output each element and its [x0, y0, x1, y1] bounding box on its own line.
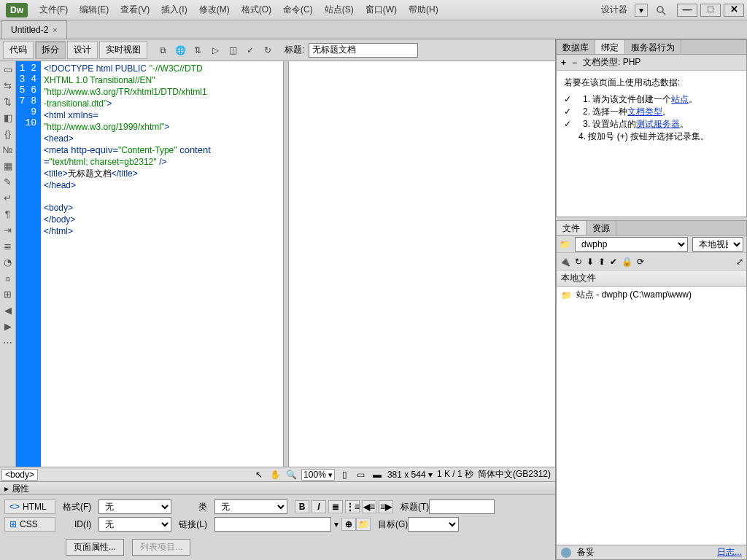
- outdent-button[interactable]: ◀≡: [362, 500, 376, 513]
- split-divider[interactable]: [283, 61, 289, 467]
- layout-designer-label[interactable]: 设计器: [594, 4, 635, 16]
- tablet-preview-icon[interactable]: ▭: [355, 470, 367, 480]
- collapse-icon[interactable]: ⇆: [2, 80, 14, 92]
- balance-icon[interactable]: {}: [2, 128, 14, 140]
- zoom-tool-icon[interactable]: 🔍: [285, 470, 297, 480]
- page-properties-button[interactable]: 页面属性...: [66, 539, 124, 556]
- file-manage-icon[interactable]: ⇅: [190, 43, 206, 58]
- code-view-button[interactable]: 代码: [3, 41, 34, 59]
- refresh-icon[interactable]: ▷: [207, 43, 223, 58]
- more-icon[interactable]: ⋯: [2, 337, 14, 349]
- connect-icon[interactable]: 🔌: [560, 257, 570, 267]
- validate-icon[interactable]: ✓: [242, 43, 258, 58]
- refresh-files-icon[interactable]: ↻: [575, 257, 582, 267]
- live-view-button[interactable]: 实时视图: [99, 41, 147, 59]
- ol-button[interactable]: ⋮≡: [345, 500, 360, 513]
- syntax-icon[interactable]: ✎: [2, 176, 14, 188]
- close-tab-icon[interactable]: ×: [53, 26, 57, 34]
- menu-commands[interactable]: 命令(C): [277, 4, 319, 16]
- code-editor[interactable]: 1 2 3 4 5 6 7 8 9 10 <!DOCTYPE html PUBL…: [16, 61, 283, 467]
- split-view-button[interactable]: 拆分: [35, 41, 66, 59]
- highlight-icon[interactable]: ▦: [2, 160, 14, 172]
- code-content[interactable]: <!DOCTYPE html PUBLIC "-//W3C//DTD XHTML…: [41, 61, 283, 467]
- select-parent-icon[interactable]: ◧: [2, 112, 14, 124]
- menu-edit[interactable]: 编辑(E): [74, 4, 115, 16]
- maximize-button[interactable]: □: [700, 4, 721, 17]
- sync-icon[interactable]: ⟳: [637, 257, 644, 267]
- list-items-button[interactable]: 列表项目...: [132, 539, 190, 556]
- class-select[interactable]: 无: [214, 499, 287, 514]
- title-input[interactable]: [309, 43, 418, 58]
- menu-format[interactable]: 格式(O): [236, 4, 277, 16]
- format-select[interactable]: 无: [98, 499, 171, 514]
- put-files-icon[interactable]: ⬆: [598, 257, 605, 267]
- expand-files-icon[interactable]: ⤢: [736, 257, 743, 267]
- link-input[interactable]: [214, 517, 331, 532]
- options-icon[interactable]: ◫: [225, 43, 241, 58]
- get-files-icon[interactable]: ⬇: [587, 257, 594, 267]
- menu-site[interactable]: 站点(S): [319, 4, 360, 16]
- italic-button[interactable]: I: [311, 500, 326, 513]
- desktop-preview-icon[interactable]: ▬: [371, 470, 383, 480]
- indent-left-icon[interactable]: ◀: [2, 305, 14, 316]
- refresh2-icon[interactable]: ↻: [260, 43, 276, 58]
- pointer-icon[interactable]: ↖: [253, 470, 265, 480]
- hidden-chars-icon[interactable]: ¶: [2, 209, 14, 220]
- phone-preview-icon[interactable]: ▯: [339, 470, 351, 480]
- tab-server-behaviors[interactable]: 服务器行为: [625, 40, 681, 54]
- tab-assets[interactable]: 资源: [587, 221, 616, 235]
- checkin-icon[interactable]: 🔒: [622, 257, 632, 267]
- html-mode-button[interactable]: <>HTML: [4, 499, 55, 514]
- word-wrap-icon[interactable]: ↵: [2, 192, 14, 204]
- line-numbers-icon[interactable]: №: [2, 144, 14, 156]
- site-root-row[interactable]: 📁 站点 - dwphp (C:\wamp\www): [557, 287, 746, 303]
- menu-view[interactable]: 查看(V): [115, 4, 155, 16]
- document-tab[interactable]: Untitled-2 ×: [1, 20, 67, 39]
- file-list[interactable]: 本地文件 📁 站点 - dwphp (C:\wamp\www): [557, 271, 746, 545]
- close-button[interactable]: ✕: [724, 4, 744, 17]
- indent-right-icon[interactable]: ▶: [2, 321, 14, 332]
- tab-bindings[interactable]: 绑定: [595, 40, 625, 54]
- add-binding-button[interactable]: +: [561, 58, 566, 68]
- zoom-select[interactable]: 100% ▾: [301, 469, 335, 481]
- checkout-icon[interactable]: ✔: [610, 257, 617, 267]
- target-select[interactable]: [408, 517, 459, 532]
- format-icon[interactable]: ⊞: [2, 289, 14, 300]
- tab-database[interactable]: 数据库: [557, 40, 595, 54]
- id-select[interactable]: 无: [98, 517, 171, 532]
- menu-modify[interactable]: 修改(M): [193, 4, 236, 16]
- snippet-icon[interactable]: ≣: [2, 241, 14, 252]
- hand-icon[interactable]: ✋: [269, 470, 281, 480]
- browse-folder-icon[interactable]: 📁: [356, 518, 371, 531]
- point-to-file-icon[interactable]: ⊕: [341, 518, 356, 531]
- css-mode-button[interactable]: ⊞CSS: [4, 517, 55, 532]
- ul-button[interactable]: ≣: [328, 500, 343, 513]
- tag-selector[interactable]: <body>: [1, 469, 38, 481]
- file-view-select[interactable]: 本地视图: [692, 237, 743, 252]
- remove-binding-button[interactable]: −: [572, 58, 577, 68]
- file-list-header[interactable]: 本地文件: [557, 271, 746, 287]
- tab-files[interactable]: 文件: [557, 221, 587, 235]
- auto-indent-icon[interactable]: ⇥: [2, 225, 14, 236]
- log-link[interactable]: 日志...: [717, 546, 742, 559]
- menu-window[interactable]: 窗口(W): [360, 4, 403, 16]
- layout-dropdown-icon[interactable]: ▾: [635, 4, 648, 17]
- inspect-icon[interactable]: ⧉: [155, 43, 171, 58]
- design-view-button[interactable]: 设计: [67, 41, 98, 59]
- minimize-button[interactable]: —: [677, 4, 697, 17]
- site-link[interactable]: 站点: [671, 94, 689, 104]
- expand-icon[interactable]: ⇅: [2, 96, 14, 108]
- recent-icon[interactable]: ◔: [2, 257, 14, 268]
- comment-icon[interactable]: ⍝: [2, 273, 14, 284]
- browser-preview-icon[interactable]: 🌐: [172, 43, 188, 58]
- bold-button[interactable]: B: [295, 500, 309, 513]
- testserver-link[interactable]: 测试服务器: [636, 119, 680, 129]
- open-doc-icon[interactable]: ▭: [2, 64, 14, 76]
- menu-file[interactable]: 文件(F): [34, 4, 74, 16]
- doctype-link[interactable]: 文档类型: [627, 106, 662, 117]
- design-pane[interactable]: [289, 61, 556, 467]
- indent-button[interactable]: ≡▶: [379, 500, 393, 513]
- site-select[interactable]: dwphp: [575, 237, 688, 252]
- menu-help[interactable]: 帮助(H): [403, 4, 444, 16]
- menu-insert[interactable]: 插入(I): [155, 4, 193, 16]
